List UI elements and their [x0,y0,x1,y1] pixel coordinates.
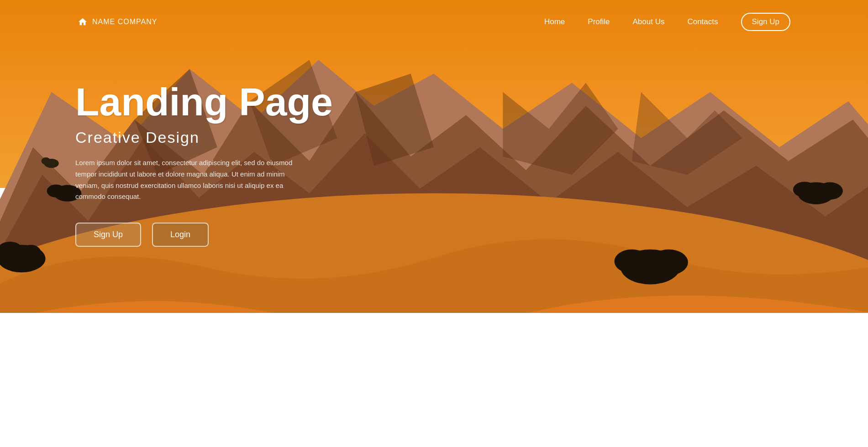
hero-content: Landing Page Creative Design Lorem ipsum… [75,82,333,247]
nav-contacts[interactable]: Contacts [687,17,718,26]
nav-home[interactable]: Home [544,17,565,26]
hero-signup-button[interactable]: Sign Up [75,223,141,247]
nav-links: Home Profile About Us Contacts Sign Up [544,13,790,31]
company-name: NAME COMPANY [92,18,157,26]
navbar: NAME COMPANY Home Profile About Us Conta… [0,0,868,44]
nav-signup-button[interactable]: Sign Up [741,13,790,31]
svg-point-19 [793,182,816,197]
nav-profile[interactable]: Profile [588,17,610,26]
home-icon [78,17,88,27]
hero-buttons: Sign Up Login [75,223,333,247]
logo-area: NAME COMPANY [78,17,157,27]
sample-tag: #sample [8,431,32,439]
page-wrapper: NAME COMPANY Home Profile About Us Conta… [0,0,868,447]
svg-point-14 [47,185,65,198]
svg-point-17 [649,249,688,275]
svg-point-16 [614,249,649,273]
svg-point-22 [41,157,50,165]
hero-body-text: Lorem ipsum dolor sit amet, consectetur … [75,157,308,203]
svg-point-20 [817,182,842,199]
hero-login-button[interactable]: Login [152,223,209,247]
nav-about[interactable]: About Us [632,17,664,26]
hero-title: Landing Page [75,82,333,121]
svg-point-12 [21,245,41,260]
hero-subtitle: Creative Design [75,129,333,146]
